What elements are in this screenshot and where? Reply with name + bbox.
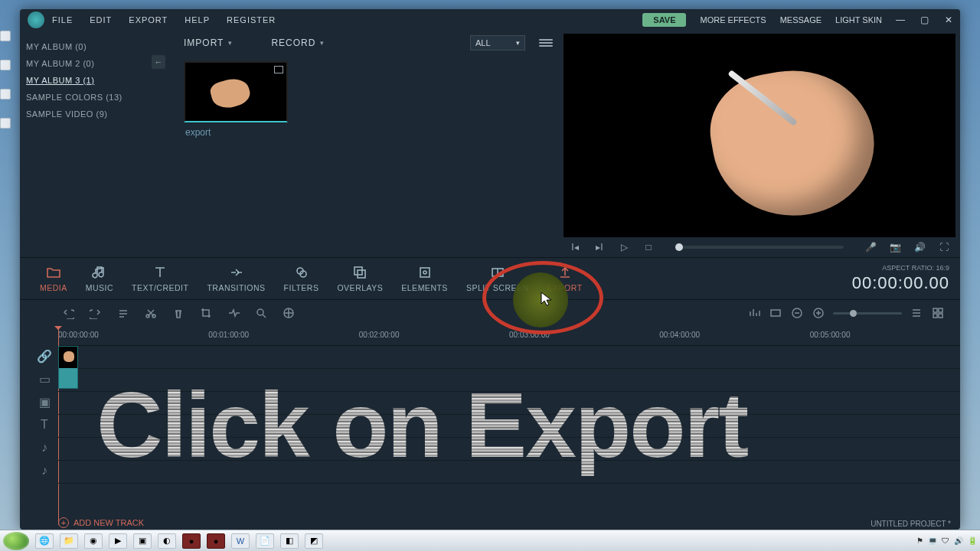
taskbar-word-icon[interactable]: W (231, 533, 250, 549)
sidebar-item-album-2[interactable]: MY ALBUM 3 (1) (20, 72, 145, 89)
tab-text-credit[interactable]: TEXT/CREDIT (122, 265, 198, 292)
preview-viewport[interactable] (564, 34, 956, 237)
menu-file[interactable]: FILE (52, 15, 73, 24)
taskbar-note-icon[interactable]: 📄 (256, 533, 274, 549)
close-icon[interactable]: ✕ (945, 15, 956, 25)
menu-edit[interactable]: EDIT (90, 15, 112, 24)
tray-battery-icon[interactable]: 🔋 (968, 536, 977, 545)
message-link[interactable]: MESSAGE (780, 15, 822, 24)
speed-button[interactable] (227, 306, 240, 320)
search-button[interactable] (254, 306, 268, 320)
taskbar-explorer-icon[interactable]: 🌐 (35, 533, 54, 549)
zoom-slider[interactable] (833, 312, 902, 315)
preview-slider[interactable] (675, 246, 844, 249)
media-thumbnail[interactable]: export (184, 61, 288, 142)
tab-elements[interactable]: ELEMENTS (392, 265, 457, 292)
timeline-clip[interactable] (58, 346, 78, 389)
track-pip-icon[interactable]: ▣ (37, 392, 52, 412)
desktop-icon[interactable] (0, 60, 11, 70)
list-view-icon[interactable] (539, 36, 553, 50)
tray-network-icon[interactable]: 💻 (928, 536, 937, 545)
color-button[interactable] (282, 306, 296, 320)
svg-point-9 (257, 309, 263, 315)
track-lock-icon[interactable]: 🔗 (37, 346, 52, 366)
more-effects-link[interactable]: MORE EFFECTS (700, 15, 766, 24)
tab-music[interactable]: MUSIC (77, 265, 122, 292)
menu-export[interactable]: EXPORT (129, 15, 168, 24)
redo-button[interactable] (89, 306, 103, 320)
start-button[interactable] (3, 532, 29, 550)
edit-button[interactable] (116, 306, 130, 320)
view-grid-icon[interactable] (931, 306, 945, 320)
delete-button[interactable] (172, 306, 185, 320)
project-name-label: UNTITLED PROJECT * (871, 520, 951, 528)
system-tray[interactable]: ⚑ 💻 🛡 🔊 🔋 (916, 536, 977, 545)
menu-register[interactable]: REGISTER (227, 15, 276, 24)
import-dropdown[interactable]: IMPORT▾ (184, 37, 233, 48)
zoom-in-button[interactable] (812, 306, 825, 320)
music-icon (92, 265, 107, 280)
fullscreen-icon[interactable]: ⛶ (939, 242, 949, 253)
desktop-icon[interactable] (0, 118, 11, 129)
add-new-track-button[interactable]: +ADD NEW TRACK (58, 517, 144, 528)
view-list-icon[interactable] (910, 306, 923, 320)
top-bar: FILE EDIT EXPORT HELP REGISTER SAVE MORE… (20, 9, 960, 31)
overlay-instruction-text: Click on Export (96, 372, 937, 478)
tray-flag-icon[interactable]: ⚑ (916, 536, 923, 545)
taskbar-app-icon[interactable]: ▣ (133, 533, 152, 549)
taskbar-rec1-icon[interactable]: ● (182, 533, 201, 549)
tab-media[interactable]: MEDIA (31, 265, 77, 292)
filter-dropdown[interactable]: ALL▾ (470, 35, 525, 51)
desktop-icon[interactable] (0, 31, 11, 41)
taskbar-app2-icon[interactable]: ◧ (280, 533, 299, 549)
tab-filters[interactable]: FILTERS (275, 265, 328, 292)
play-button[interactable]: ▷ (619, 242, 629, 253)
prev-frame-button[interactable]: I◂ (570, 242, 580, 253)
track-audio2-icon[interactable]: ♪ (37, 461, 52, 481)
menu-help[interactable]: HELP (185, 15, 210, 24)
save-button[interactable]: SAVE (642, 13, 686, 27)
snapshot-icon[interactable]: 📷 (890, 242, 900, 253)
desktop-icon[interactable] (0, 89, 11, 99)
chevron-down-icon: ▾ (516, 39, 520, 47)
zoom-out-button[interactable] (790, 306, 804, 320)
next-frame-button[interactable]: ▸I (594, 242, 605, 253)
mic-icon[interactable]: 🎤 (865, 242, 876, 253)
mixer-icon[interactable] (747, 306, 761, 320)
undo-button[interactable] (61, 306, 75, 320)
tray-shield-icon[interactable]: 🛡 (942, 536, 949, 545)
time-ruler[interactable]: 00:00:00:00 00:01:00:00 00:02:00:00 00:0… (58, 326, 960, 346)
split-icon (490, 265, 505, 280)
crop-button[interactable] (199, 306, 213, 320)
taskbar-rec2-icon[interactable]: ● (207, 533, 225, 549)
sidebar-item-sample-video[interactable]: SAMPLE VIDEO (9) (20, 106, 145, 122)
taskbar-media-icon[interactable]: ◐ (158, 533, 176, 549)
timeline[interactable]: 00:00:00:00 00:01:00:00 00:02:00:00 00:0… (20, 326, 960, 530)
tray-volume-icon[interactable]: 🔊 (954, 536, 963, 545)
tab-transitions[interactable]: TRANSITIONS (198, 265, 274, 292)
edit-toolbar (20, 300, 960, 326)
taskbar-app3-icon[interactable]: ◩ (305, 533, 323, 549)
record-dropdown[interactable]: RECORD▾ (271, 37, 325, 48)
taskbar-folder-icon[interactable]: 📁 (60, 533, 78, 549)
taskbar-player-icon[interactable]: ▶ (109, 533, 127, 549)
sidebar-item-sample-colors[interactable]: SAMPLE COLORS (13) (20, 89, 145, 106)
sidebar-item-album-1[interactable]: MY ALBUM 2 (0) (20, 55, 145, 72)
overlays-icon (352, 265, 368, 280)
light-skin-toggle[interactable]: LIGHT SKIN (835, 15, 882, 24)
minimize-icon[interactable]: — (896, 15, 906, 25)
taskbar-chrome-icon[interactable]: ◉ (84, 533, 103, 549)
maximize-icon[interactable]: ▢ (920, 15, 931, 25)
taskbar[interactable]: 🌐 📁 ◉ ▶ ▣ ◐ ● ● W 📄 ◧ ◩ ⚑ 💻 🛡 🔊 🔋 (0, 530, 980, 551)
sidebar-item-album-0[interactable]: MY ALBUM (0) (20, 38, 145, 55)
stop-button[interactable]: □ (643, 242, 654, 253)
volume-icon[interactable]: 🔊 (914, 242, 925, 253)
track-text-icon[interactable]: T (37, 415, 52, 435)
zoom-fit-button[interactable] (769, 306, 782, 320)
track-audio1-icon[interactable]: ♪ (37, 438, 52, 458)
folder-icon (46, 265, 61, 280)
tab-overlays[interactable]: OVERLAYS (328, 265, 392, 292)
cut-button[interactable] (144, 306, 158, 320)
chevron-down-icon: ▾ (228, 39, 233, 47)
track-video-icon[interactable]: ▭ (37, 369, 52, 389)
